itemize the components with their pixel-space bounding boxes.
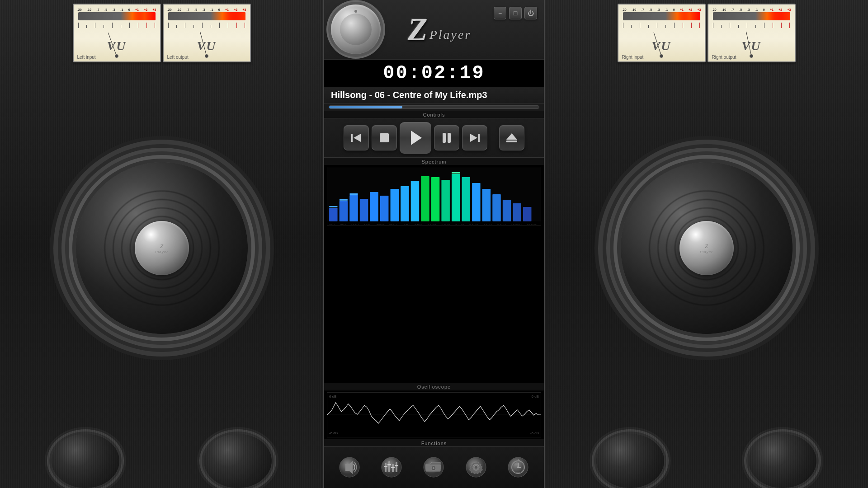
osc-label-bot-left: -6 dB [329, 431, 338, 435]
player-header: Z Player − □ ⏻ [324, 0, 544, 59]
svg-marker-3 [470, 134, 477, 142]
osc-label-bot-right: -6 dB [530, 431, 539, 435]
svg-rect-19 [472, 183, 480, 221]
left-woofer-container: Z Player [0, 67, 323, 429]
svg-point-53 [517, 466, 519, 468]
volume-icon [337, 455, 362, 480]
svg-rect-20 [482, 189, 491, 221]
left-speaker-panel: -20 -10 -7 -5 -3 -1 0 +1 +2 +3 [0, 0, 323, 488]
logo-area: Z Player [381, 13, 494, 46]
right-input-title: Right input [622, 55, 644, 60]
svg-rect-27 [349, 193, 358, 195]
functions-area [324, 446, 544, 488]
svg-rect-39 [387, 464, 391, 465]
play-button[interactable] [400, 122, 431, 154]
right-input-vu: -20 -10 -7 -5 -3 -1 0 +1 +2 +3 [618, 4, 706, 62]
left-input-vu: -20 -10 -7 -5 -3 -1 0 +1 +2 +3 [73, 4, 161, 62]
right-input-vu-label: VU [652, 39, 671, 53]
svg-rect-14 [421, 176, 429, 221]
window-controls: − □ ⏻ [494, 7, 537, 19]
svg-rect-13 [411, 181, 419, 221]
left-woofer: Z Player [76, 162, 248, 334]
stop-icon [380, 133, 389, 142]
svg-rect-0 [351, 134, 353, 142]
oscilloscope-svg [327, 393, 541, 437]
oscilloscope-canvas: 6 dB 6 dB -6 dB -6 dB [327, 392, 541, 437]
svg-rect-26 [340, 199, 348, 201]
left-tweeter-row [0, 434, 323, 488]
left-input-vu-label: VU [107, 39, 127, 53]
spectrum-svg [327, 167, 541, 221]
power-knob-area[interactable] [331, 5, 381, 54]
svg-rect-5 [329, 208, 337, 221]
media-library-function-button[interactable] [417, 450, 451, 484]
right-woofer-logo: Z Player [700, 243, 713, 254]
restore-button[interactable]: □ [509, 7, 522, 19]
svg-rect-10 [380, 196, 388, 221]
osc-label-top-right: 6 dB [532, 394, 539, 399]
timer-icon [506, 455, 531, 480]
left-vu-row: -20 -10 -7 -5 -3 -1 0 +1 +2 +3 [0, 0, 323, 62]
svg-rect-9 [370, 192, 378, 221]
prev-button[interactable] [344, 125, 369, 150]
next-button[interactable] [462, 125, 487, 150]
left-input-title: Left input [77, 55, 96, 60]
time-display: 00:02:19 [324, 59, 544, 87]
left-dust-cap: Z Player [135, 221, 189, 275]
right-tweeter-2 [749, 434, 816, 488]
timer-function-button[interactable] [501, 450, 535, 484]
track-name: Hillsong - 06 - Centre of My Life.mp3 [331, 90, 537, 100]
player-panel: Z Player − □ ⏻ 00:02:19 Hillsong - 06 - … [323, 0, 545, 488]
equalizer-icon [379, 455, 404, 480]
pause-button[interactable] [434, 125, 459, 150]
eject-icon [506, 133, 517, 142]
svg-point-47 [474, 465, 478, 469]
settings-icon [464, 455, 489, 480]
svg-rect-37 [396, 462, 397, 472]
svg-rect-38 [384, 466, 387, 467]
svg-rect-40 [391, 467, 395, 468]
eject-button[interactable] [499, 125, 524, 150]
left-output-vu-label: VU [197, 39, 217, 53]
z-logo: Z [408, 13, 428, 46]
osc-label-top-left: 6 dB [329, 394, 336, 399]
svg-rect-7 [349, 195, 358, 221]
spectrum-freq-labels: 20Hz 75Hz 110Hz 160Hz 220Hz 350Hz 480Hz … [327, 223, 541, 225]
left-output-vu: -20 -10 -7 -5 -3 -1 0 +1 +2 +3 [163, 4, 251, 62]
svg-rect-8 [360, 199, 368, 221]
svg-rect-35 [388, 461, 390, 472]
volume-function-button[interactable] [333, 450, 367, 484]
svg-rect-18 [462, 177, 470, 221]
right-vu-row: -20 -10 -7 -5 -3 -1 0 +1 +2 +3 [545, 0, 868, 62]
left-woofer-logo: Z Player [155, 243, 168, 254]
right-speaker-panel: -20 -10 -7 -5 -3 -1 0 +1 +2 +3 [545, 0, 868, 488]
oscilloscope-area: 6 dB 6 dB -6 dB -6 dB [324, 390, 544, 439]
track-name-area: Hillsong - 06 - Centre of My Life.mp3 [324, 87, 544, 103]
oscilloscope-section-label: Oscilloscope [324, 383, 544, 390]
svg-rect-15 [431, 177, 439, 221]
controls-area [324, 118, 544, 158]
svg-rect-21 [492, 194, 500, 221]
power-knob[interactable] [331, 5, 381, 54]
right-dust-cap: Z Player [679, 221, 734, 275]
right-output-vu: -20 -10 -7 -5 -3 -1 0 +1 +2 +3 [708, 4, 796, 62]
svg-rect-24 [523, 207, 531, 221]
svg-rect-17 [452, 174, 460, 221]
spectrum-area: 20Hz 75Hz 110Hz 160Hz 220Hz 350Hz 480Hz … [324, 165, 544, 383]
equalizer-function-button[interactable] [375, 450, 409, 484]
svg-rect-11 [391, 189, 399, 221]
right-output-title: Right output [712, 55, 736, 60]
right-tweeter-row [545, 434, 868, 488]
power-button[interactable]: ⏻ [524, 7, 537, 19]
functions-section-label: Functions [324, 439, 544, 446]
minimize-button[interactable]: − [494, 7, 506, 19]
svg-rect-22 [503, 200, 511, 221]
settings-function-button[interactable] [459, 450, 493, 484]
stop-button[interactable] [372, 125, 397, 150]
progress-area[interactable] [324, 103, 544, 111]
right-output-vu-label: VU [742, 39, 761, 53]
media-library-icon [421, 455, 446, 480]
play-icon [411, 131, 422, 145]
progress-bar[interactable] [329, 105, 539, 109]
svg-rect-28 [452, 172, 460, 174]
